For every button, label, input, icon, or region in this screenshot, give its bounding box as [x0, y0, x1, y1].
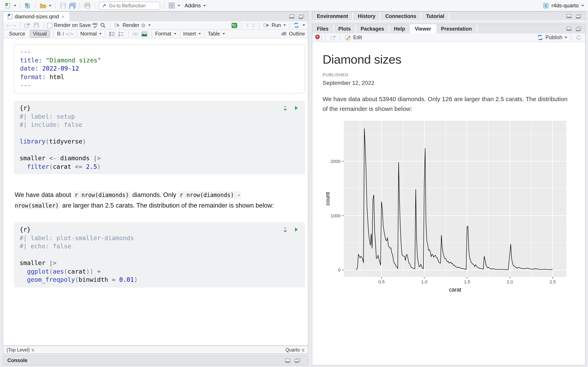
popout-icon[interactable] — [24, 22, 31, 29]
plot-chunk[interactable]: {r}#| label: plot-smaller-diamonds#| ech… — [14, 222, 305, 287]
render-on-save-label: Render on Save — [54, 22, 91, 28]
addins-menu[interactable]: Addins — [185, 2, 206, 8]
source-sync-icon[interactable] — [293, 22, 300, 29]
tab-connections[interactable]: Connections — [381, 12, 421, 20]
tab-viewer[interactable]: Viewer — [410, 24, 437, 33]
code-format-button[interactable]: </> — [66, 31, 73, 36]
pane-layout-caret[interactable] — [178, 5, 180, 6]
outline-toggle[interactable]: Outline — [280, 30, 305, 38]
scope-selector[interactable]: (Top Level)⇅ — [7, 347, 35, 352]
goto-file-box[interactable] — [99, 1, 160, 9]
table-menu[interactable]: Table — [208, 31, 225, 37]
divider — [20, 2, 20, 8]
new-project-icon[interactable]: R — [24, 2, 31, 9]
bold-button[interactable]: B — [57, 31, 61, 37]
save-doc-icon[interactable] — [33, 22, 40, 29]
tab-plots[interactable]: Plots — [334, 24, 356, 33]
tab-environment[interactable]: Environment — [312, 12, 354, 20]
setup-chunk[interactable]: {r}#| label: setup#| include: falselibra… — [14, 101, 305, 174]
save-all-icon[interactable] — [69, 2, 76, 9]
save-icon[interactable] — [59, 2, 67, 9]
image-icon[interactable] — [141, 30, 148, 38]
open-file-caret[interactable] — [49, 5, 52, 6]
run-chunk-icon[interactable] — [293, 104, 300, 112]
tab-presentation[interactable]: Presentation — [437, 24, 477, 33]
doc-mode-selector[interactable]: Quarto⇅ — [286, 347, 305, 352]
tab-help[interactable]: Help — [389, 24, 410, 33]
refresh-icon[interactable] — [575, 34, 582, 41]
mode-updown-icon: ⇅ — [302, 348, 305, 352]
addins-caret — [203, 5, 206, 6]
viewer-pane[interactable]: Diamond sizes PUBLISHED September 12, 20… — [312, 42, 586, 365]
minimize-pane-icon[interactable] — [288, 13, 295, 20]
svg-text:R: R — [545, 4, 547, 8]
run-button[interactable]: Run — [263, 22, 281, 29]
popout-icon[interactable] — [329, 34, 337, 41]
yaml-block[interactable]: ---title: "Diamond sizes"date: 2022-09-1… — [14, 44, 305, 93]
tab-history[interactable]: History — [354, 12, 381, 20]
goto-file-input[interactable] — [109, 3, 157, 8]
go-next-chunk-icon[interactable]: ⇩ — [251, 22, 256, 28]
maximize-pane-icon[interactable] — [575, 12, 582, 20]
source-sync-caret[interactable] — [303, 25, 305, 26]
minimize-pane-icon[interactable] — [565, 12, 572, 20]
published-date: September 12, 2022 — [323, 80, 374, 86]
source-mode-button[interactable]: Source — [6, 31, 28, 37]
search-icon[interactable] — [99, 22, 107, 29]
render-on-save-checkbox[interactable] — [47, 23, 52, 28]
console-header[interactable]: Console — [3, 356, 308, 365]
numbered-list-icon[interactable]: 12 — [118, 30, 125, 38]
run-caret[interactable] — [283, 25, 286, 26]
pane-layout-icon[interactable] — [168, 2, 175, 9]
maximize-pane-icon[interactable] — [575, 25, 582, 33]
maximize-pane-icon[interactable] — [294, 357, 301, 364]
italic-button[interactable]: I — [62, 31, 64, 37]
run-chunk-icon[interactable] — [293, 226, 300, 233]
run-chunks-above-icon[interactable] — [281, 226, 289, 233]
minimize-pane-icon[interactable] — [284, 357, 291, 364]
publish-button[interactable]: Publish — [536, 34, 567, 41]
gear-icon[interactable]: ⚙ — [141, 22, 146, 28]
maximize-pane-icon[interactable] — [298, 13, 305, 20]
tab-packages[interactable]: Packages — [356, 24, 389, 33]
divider — [289, 22, 290, 28]
outline-icon — [280, 30, 287, 38]
divider — [325, 34, 325, 41]
source-tabbar: diamond-sizes.qmd × — [3, 11, 308, 21]
markdown-paragraph[interactable]: We have data about r nrow(diamonds) diam… — [15, 189, 289, 211]
svg-text:1: 1 — [119, 31, 120, 34]
divider — [95, 2, 95, 8]
tab-diamond-sizes-qmd[interactable]: diamond-sizes.qmd × — [3, 12, 70, 21]
divider — [340, 34, 341, 41]
new-chunk-icon[interactable]: C — [231, 22, 238, 29]
print-icon[interactable] — [84, 2, 91, 9]
tab-tutorial[interactable]: Tutorial — [421, 12, 450, 20]
edit-button[interactable]: Edit — [344, 34, 362, 41]
project-menu[interactable]: R r4ds-quarto — [542, 2, 584, 9]
clear-viewer-icon[interactable]: × — [315, 35, 321, 40]
render-options-caret[interactable] — [148, 25, 151, 26]
visual-mode-button[interactable]: Visual — [30, 30, 50, 38]
visual-editor[interactable]: ---title: "Diamond sizes"date: 2022-09-1… — [3, 38, 308, 346]
paragraph-style-dropdown[interactable]: Normal — [80, 31, 102, 37]
go-prev-chunk-icon[interactable]: ⇧ — [245, 22, 250, 28]
link-icon[interactable] — [132, 30, 139, 38]
divider — [105, 31, 105, 37]
run-chunks-above-icon[interactable] — [281, 104, 289, 112]
insert-menu[interactable]: Insert — [183, 31, 201, 37]
tab-files[interactable]: Files — [312, 24, 334, 33]
divider — [180, 31, 180, 37]
divider — [571, 34, 571, 41]
format-menu[interactable]: Format — [155, 31, 176, 37]
project-caret — [581, 5, 584, 6]
close-icon[interactable]: × — [61, 14, 64, 19]
new-file-icon[interactable] — [4, 2, 11, 9]
bullet-list-icon[interactable] — [109, 30, 116, 38]
open-file-icon[interactable] — [39, 2, 47, 9]
new-file-caret[interactable] — [14, 5, 16, 6]
minimize-pane-icon[interactable] — [565, 25, 572, 33]
back-icon[interactable]: ⇦ — [6, 22, 11, 28]
render-button[interactable]: Render — [113, 22, 139, 29]
spellcheck-icon[interactable]: ABC — [92, 23, 98, 28]
forward-icon[interactable]: ⇨ — [12, 22, 17, 28]
